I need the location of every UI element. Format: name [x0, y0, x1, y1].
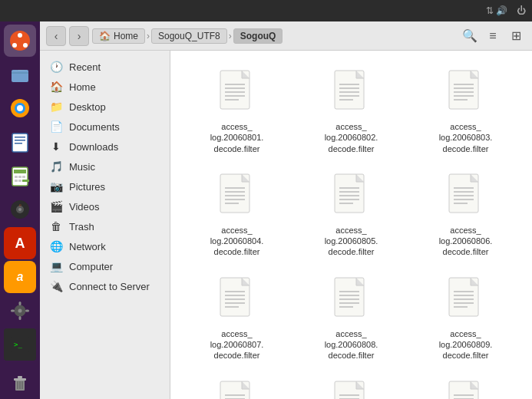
file-item[interactable]: access_ log.20060807. decode.filter — [183, 270, 291, 368]
file-item[interactable]: access_ log.20060812. decode.filter — [411, 374, 520, 399]
svg-rect-33 — [18, 376, 22, 378]
back-button[interactable]: ‹ — [46, 26, 66, 46]
svg-rect-4 — [12, 70, 28, 82]
svg-rect-103 — [449, 381, 478, 399]
dock-calc[interactable] — [4, 160, 36, 192]
file-item[interactable]: access_ log.20060811. decode.filter — [297, 374, 405, 399]
breadcrumb-sogouq[interactable]: SogouQ — [233, 28, 283, 44]
dock-files[interactable] — [4, 58, 36, 91]
sidebar-item-connect-to-server[interactable]: 🔌 Connect to Server — [40, 276, 170, 296]
svg-point-3 — [23, 43, 28, 48]
svg-point-7 — [17, 105, 23, 111]
file-icon — [332, 69, 372, 118]
music-icon: 🎵 — [49, 160, 63, 173]
file-name: access_ log.20060802. decode.filter — [325, 121, 378, 154]
svg-rect-91 — [220, 381, 249, 399]
desktop-icon: 📁 — [49, 101, 63, 113]
videos-icon: 🎬 — [49, 200, 63, 213]
dock-terminal[interactable]: >_ — [4, 328, 36, 361]
file-manager: ‹ › 🏠 Home › SogouQ_UTF8 › SogouQ 🔍 ≡ ⊞ — [40, 21, 532, 399]
sidebar-item-music[interactable]: 🎵 Music — [40, 157, 170, 176]
svg-rect-27 — [11, 310, 15, 312]
svg-text:♫: ♫ — [18, 203, 21, 207]
file-name: access_ log.20060809. decode.filter — [439, 328, 493, 361]
dock-writer[interactable] — [4, 126, 36, 158]
file-item[interactable]: access_ log.20060810. decode.filter — [183, 374, 291, 399]
documents-icon: 📄 — [49, 120, 63, 133]
sidebar-item-downloads[interactable]: ⬇ Downloads — [40, 137, 170, 157]
fm-toolbar: ‹ › 🏠 Home › SogouQ_UTF8 › SogouQ 🔍 ≡ ⊞ — [40, 21, 532, 51]
dock-font[interactable]: A — [4, 227, 36, 259]
file-name: access_ log.20060801. decode.filter — [210, 121, 264, 154]
breadcrumb: 🏠 Home › SogouQ_UTF8 › SogouQ — [92, 28, 457, 44]
dock-trash[interactable] — [4, 367, 36, 399]
file-icon — [446, 276, 486, 325]
server-icon: 🔌 — [49, 280, 63, 292]
svg-rect-13 — [14, 170, 26, 173]
sidebar: 🕐 Recent 🏠 Home 📁 Desktop 📄 Documents ⬇ — [40, 51, 170, 399]
sidebar-item-videos[interactable]: 🎬 Videos — [40, 196, 170, 216]
file-name: access_ log.20060805. decode.filter — [325, 225, 378, 258]
fm-main: 🕐 Recent 🏠 Home 📁 Desktop 📄 Documents ⬇ — [40, 51, 532, 399]
pictures-icon: 📷 — [49, 180, 63, 193]
file-item[interactable]: access_ log.20060808. decode.filter — [297, 270, 405, 368]
breadcrumb-sogouq-utf8[interactable]: SogouQ_UTF8 — [151, 28, 227, 44]
breadcrumb-home[interactable]: 🏠 Home — [92, 28, 145, 44]
sidebar-item-computer[interactable]: 💻 Computer — [40, 256, 170, 276]
dock-firefox[interactable] — [4, 92, 36, 124]
file-item[interactable]: access_ log.20060802. decode.filter — [297, 63, 405, 160]
file-icon — [217, 276, 257, 325]
grid-view-button[interactable]: ⊞ — [506, 26, 526, 46]
file-item[interactable]: access_ log.20060804. decode.filter — [183, 167, 291, 264]
dock-ubuntu[interactable] — [4, 25, 36, 57]
file-icon — [332, 276, 372, 325]
file-name: access_ log.20060804. decode.filter — [210, 225, 264, 258]
svg-rect-26 — [19, 316, 21, 320]
dock-amazon[interactable]: a — [4, 261, 36, 293]
svg-rect-14 — [15, 176, 18, 178]
title-bar: ⇅ 🔊 ⏻ — [0, 0, 532, 21]
file-icon — [446, 380, 486, 399]
file-icon — [446, 69, 486, 118]
svg-rect-17 — [15, 180, 18, 182]
svg-rect-25 — [19, 302, 21, 305]
file-icon — [446, 173, 486, 222]
computer-icon: 💻 — [49, 260, 63, 272]
dock: ♫ A a >_ — [0, 21, 40, 399]
home-icon: 🏠 — [49, 81, 63, 93]
sidebar-item-desktop[interactable]: 📁 Desktop — [40, 97, 170, 117]
dock-settings[interactable] — [4, 295, 36, 327]
svg-point-1 — [18, 33, 22, 38]
sidebar-item-network[interactable]: 🌐 Network — [40, 236, 170, 256]
toolbar-right: 🔍 ≡ ⊞ — [460, 26, 526, 46]
sidebar-item-trash[interactable]: 🗑 Trash — [40, 216, 170, 236]
dock-rhythmbox[interactable]: ♫ — [4, 193, 36, 226]
downloads-icon: ⬇ — [49, 140, 63, 153]
svg-point-24 — [16, 307, 24, 315]
list-view-button[interactable]: ≡ — [483, 26, 503, 46]
sidebar-item-pictures[interactable]: 📷 Pictures — [40, 176, 170, 196]
file-item[interactable]: access_ log.20060806. decode.filter — [411, 167, 520, 264]
file-icon — [217, 69, 257, 118]
svg-rect-11 — [15, 143, 22, 144]
window: ♫ A a >_ ‹ › 🏠 Home › — [0, 21, 532, 399]
power-icon: ⏻ — [517, 5, 526, 16]
file-item[interactable]: access_ log.20060803. decode.filter — [411, 63, 520, 160]
forward-button[interactable]: › — [69, 26, 89, 46]
search-button[interactable]: 🔍 — [460, 26, 480, 46]
sidebar-item-home[interactable]: 🏠 Home — [40, 77, 170, 97]
svg-rect-32 — [14, 378, 26, 381]
file-item[interactable]: access_ log.20060809. decode.filter — [411, 270, 520, 368]
file-item[interactable]: access_ log.20060805. decode.filter — [297, 167, 405, 264]
svg-rect-10 — [15, 140, 25, 141]
svg-rect-18 — [18, 180, 21, 182]
audio-icon: ⇅ 🔊 — [486, 5, 507, 16]
file-item[interactable]: access_ log.20060801. decode.filter — [183, 63, 291, 160]
svg-point-22 — [18, 208, 21, 211]
sidebar-item-recent[interactable]: 🕐 Recent — [40, 57, 170, 77]
recent-icon: 🕐 — [49, 61, 63, 73]
sidebar-item-documents[interactable]: 📄 Documents — [40, 117, 170, 137]
svg-text:>_: >_ — [14, 341, 22, 348]
network-icon: 🌐 — [49, 240, 63, 252]
home-icon: 🏠 — [99, 31, 111, 41]
